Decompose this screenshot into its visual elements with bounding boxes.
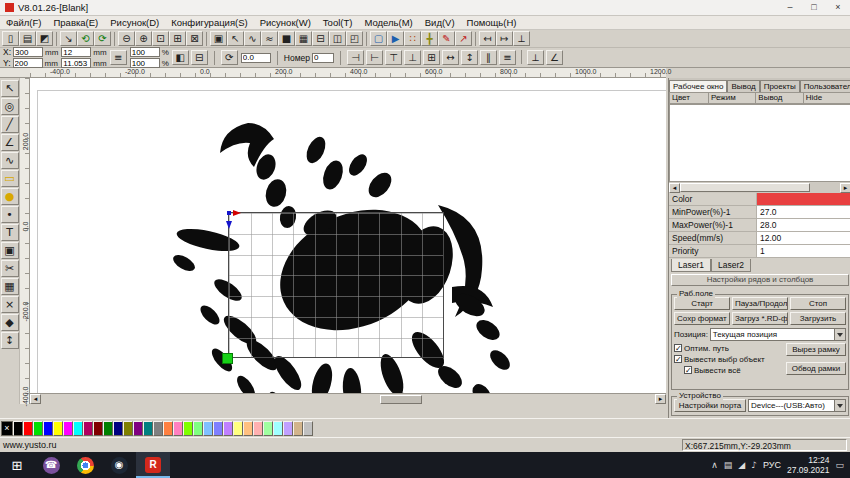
- menu-item-1[interactable]: Файл(F): [0, 16, 48, 30]
- color-swatch[interactable]: [253, 421, 263, 436]
- select-tool-icon[interactable]: ↖: [1, 80, 19, 97]
- number-input[interactable]: [312, 53, 334, 63]
- close-button[interactable]: ×: [826, 0, 850, 15]
- open-file-icon[interactable]: ▤: [19, 31, 36, 46]
- mirror-vertical-icon[interactable]: ⊟: [191, 50, 208, 65]
- array-tool-icon[interactable]: ▦: [1, 278, 19, 295]
- language-indicator[interactable]: РУС: [763, 460, 781, 470]
- rotate-icon[interactable]: ⟳: [221, 50, 238, 65]
- tray-network-icon[interactable]: ◢: [738, 460, 745, 470]
- color-swatch[interactable]: [123, 421, 133, 436]
- color-swatch[interactable]: [93, 421, 103, 436]
- stop-button[interactable]: Стоп: [790, 297, 846, 310]
- tray-expand-icon[interactable]: ∧: [711, 460, 718, 470]
- align-right-icon[interactable]: ⊢: [366, 50, 383, 65]
- preview-monitor-icon[interactable]: ▢: [370, 31, 387, 46]
- color-swatch[interactable]: [163, 421, 173, 436]
- zoom-window-icon[interactable]: ⊡: [152, 31, 169, 46]
- layer-list[interactable]: [669, 104, 850, 182]
- datum-icon[interactable]: ⟂: [513, 31, 530, 46]
- tray-display-icon[interactable]: ▤: [724, 460, 733, 470]
- menu-item-9[interactable]: Помощь(Н): [461, 16, 523, 30]
- delete-tool-icon[interactable]: ×: [1, 296, 19, 313]
- selection-grid[interactable]: [228, 212, 444, 358]
- color-swatch[interactable]: [293, 421, 303, 436]
- knife-tool-icon[interactable]: ✂: [1, 260, 19, 277]
- panel-tab-4[interactable]: Пользовательск: [800, 80, 850, 92]
- output-selected-checkbox[interactable]: ✓ Вывести выбр объект: [674, 354, 786, 364]
- color-swatch[interactable]: [153, 421, 163, 436]
- rectangle-tool-icon[interactable]: ▭: [1, 170, 19, 187]
- align-top-icon[interactable]: ⊤: [385, 50, 402, 65]
- download-button[interactable]: Загрузить: [790, 312, 846, 325]
- scrollbar-thumb[interactable]: [380, 395, 422, 404]
- hatch-icon[interactable]: ▦: [295, 31, 312, 46]
- color-swatch[interactable]: [43, 421, 53, 436]
- width-input[interactable]: [61, 47, 91, 57]
- fill-black-icon[interactable]: ■: [278, 31, 295, 46]
- x-position-input[interactable]: [13, 47, 43, 57]
- layer-color-swatch[interactable]: [757, 193, 850, 205]
- color-swatch[interactable]: [63, 421, 73, 436]
- start-button[interactable]: Старт: [674, 297, 730, 310]
- color-swatch[interactable]: [213, 421, 223, 436]
- color-swatch[interactable]: [273, 421, 283, 436]
- redo-icon[interactable]: ⟳: [94, 31, 111, 46]
- capture-tool-icon[interactable]: ▣: [1, 242, 19, 259]
- pause-button[interactable]: Пауза/Продолж: [732, 297, 788, 310]
- scroll-right-icon[interactable]: ▸: [840, 183, 850, 193]
- color-swatch[interactable]: [133, 421, 143, 436]
- property-value[interactable]: 28.0: [757, 219, 850, 231]
- menu-item-4[interactable]: Конфигурация(S): [165, 16, 253, 30]
- rotate-input[interactable]: [241, 53, 271, 63]
- menu-item-7[interactable]: Модель(M): [358, 16, 418, 30]
- color-swatch[interactable]: [223, 421, 233, 436]
- ellipse-tool-icon[interactable]: ●: [1, 188, 19, 205]
- node-edit-tool-icon[interactable]: ◎: [1, 98, 19, 115]
- color-swatch[interactable]: [303, 421, 313, 436]
- curve-icon[interactable]: ∿: [244, 31, 261, 46]
- zoom-page-icon[interactable]: ⊠: [186, 31, 203, 46]
- menu-item-6[interactable]: Tool(T): [317, 16, 359, 30]
- left-stop-icon[interactable]: ↤: [479, 31, 496, 46]
- device-select[interactable]: Device---(USB:Авто): [748, 399, 846, 412]
- center-icon[interactable]: ⊞: [423, 50, 440, 65]
- color-swatch[interactable]: [143, 421, 153, 436]
- load-rd-button[interactable]: Загруз *.RD-файл: [732, 312, 788, 325]
- node-icon[interactable]: ⊟: [312, 31, 329, 46]
- menu-item-5[interactable]: Рисунок(W): [254, 16, 317, 30]
- panel-tab-1[interactable]: Рабочее окно: [669, 80, 727, 92]
- import-icon[interactable]: ↘: [60, 31, 77, 46]
- chevron-down-icon[interactable]: [834, 329, 845, 340]
- browser-icon[interactable]: ◉: [102, 452, 136, 478]
- scroll-left-icon[interactable]: ◂: [30, 394, 41, 404]
- cut-frame-button[interactable]: Вырез рамку: [786, 343, 846, 356]
- y-position-input[interactable]: [13, 58, 43, 68]
- output-all-checkbox[interactable]: ✓ Вывести всё: [684, 365, 786, 375]
- color-swatch[interactable]: [53, 421, 63, 436]
- scrollbar-thumb[interactable]: [680, 183, 810, 192]
- color-swatch[interactable]: [33, 421, 43, 436]
- scale-handle[interactable]: [222, 353, 233, 364]
- color-swatch[interactable]: [263, 421, 273, 436]
- frame-outline-button[interactable]: Обвод рамки: [786, 362, 846, 375]
- color-swatch[interactable]: [23, 421, 33, 436]
- property-value[interactable]: 1: [757, 245, 850, 257]
- view-select-icon[interactable]: ▣: [210, 31, 227, 46]
- color-swatch[interactable]: [13, 421, 23, 436]
- color-swatch[interactable]: [73, 421, 83, 436]
- menu-item-8[interactable]: Вид(V): [419, 16, 461, 30]
- group-tool-icon[interactable]: ◆: [1, 314, 19, 331]
- rdworks-icon[interactable]: R: [136, 452, 170, 478]
- offset-icon[interactable]: ◰: [346, 31, 363, 46]
- taskbar-clock[interactable]: 12:24 27.09.2021: [787, 455, 830, 475]
- color-swatch[interactable]: [283, 421, 293, 436]
- color-swatch[interactable]: [243, 421, 253, 436]
- zoom-all-icon[interactable]: ⊞: [169, 31, 186, 46]
- smooth-icon[interactable]: ≈: [261, 31, 278, 46]
- output-icon[interactable]: ▶: [387, 31, 404, 46]
- chrome-icon[interactable]: [68, 452, 102, 478]
- line-tool-icon[interactable]: ╱: [1, 116, 19, 133]
- trace-icon[interactable]: ↗: [455, 31, 472, 46]
- perpendicular-icon[interactable]: ⟂: [527, 50, 544, 65]
